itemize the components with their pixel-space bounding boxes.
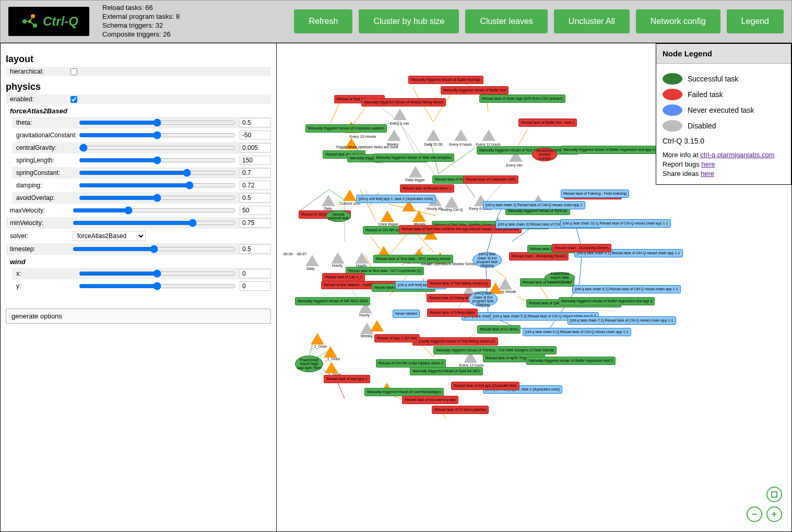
trigger-every2min[interactable] [393,109,407,120]
checkbox-enabled[interactable] [70,96,77,103]
value-timestep[interactable] [240,244,271,254]
trigger-every12hours[interactable] [482,129,495,141]
trigger-hourly2[interactable] [331,252,345,264]
node-n24[interactable]: [ctrl-q unit test] app 1, task 2 (duplic… [356,195,435,203]
value-avoidoverlap[interactable] [240,193,271,203]
node-nsred[interactable]: Reload task of Erlang styles [427,309,478,317]
value-damping[interactable] [240,181,271,190]
slider-gravconst[interactable] [79,131,235,139]
node-nrv[interactable]: Reload chain - Monitoring Drivers [552,244,611,252]
slider-avoidoverlap[interactable] [79,194,235,202]
node-n48[interactable]: Reload task of Test failing reload (1) [427,279,491,288]
zoom-in-button[interactable]: + [766,506,782,522]
value-minvelocity[interactable] [240,218,271,228]
node-n20[interactable]: Reload task of Lab 1_2 [322,273,365,281]
value-wind-y[interactable] [240,281,271,291]
node-n39[interactable]: [ctrl-q task chain 10.1] Reload task of … [560,219,671,228]
node-n61[interactable]: Reload task of CI demo pipeline [432,406,489,414]
node-n57[interactable]: Reload of Ctrl-NR script replace demo 2 [376,359,446,368]
node-n59[interactable]: Manually triggered reload of UserReloadA… [364,388,444,396]
value-springlength[interactable] [240,156,271,165]
node-ellipse-n32[interactable]: [ctrl-q task chain 4] Ext program task c… [468,291,498,307]
node-n5[interactable]: Manually triggered reload of Employee sa… [305,124,387,133]
slider-theta[interactable] [79,119,235,127]
refresh-button[interactable]: Refresh [294,9,352,33]
node-n16[interactable]: Reload task of Reload demo 1 [400,184,454,193]
trigger-daily[interactable] [322,195,335,206]
network-config-button[interactable]: Network config [636,9,720,33]
slider-wind-y[interactable] [79,282,235,290]
trigger-weekly2[interactable] [412,210,426,222]
node-n60[interactable]: Reload task of test warning app [402,396,458,404]
value-maxvelocity[interactable] [240,206,271,215]
value-gravconst[interactable] [240,131,271,140]
ideas-link[interactable]: here [701,170,714,178]
node-n43[interactable]: Reload task of Training - Field indexing [561,190,629,198]
node-n36[interactable]: [ctrl-q task chain 7.1] Reload task of C… [568,316,676,325]
fit-button[interactable] [766,487,782,502]
node-n45[interactable]: Manually triggered reload of Butler regr… [559,297,655,305]
slider-wind-x[interactable] [79,269,235,278]
slider-timestep[interactable] [73,245,235,253]
node-n35[interactable]: [ctrl-q task chain 6.1] Reload task of C… [523,328,631,336]
bugs-link[interactable]: here [701,160,715,168]
trigger-stub2[interactable] [370,320,384,332]
checkbox-hierarchical[interactable] [70,68,77,75]
cluster-leaves-button[interactable]: Cluster leaves [465,9,547,33]
node-n62[interactable]: Reload task of test type 1 [324,375,370,383]
value-centralgravity[interactable] [240,143,271,152]
value-theta[interactable] [240,118,271,127]
zoom-out-button[interactable]: − [747,506,762,522]
node-ellipse-n66[interactable]: SenseOps access monitor [532,148,557,161]
select-solver[interactable]: forceAtlas2Based [73,231,146,241]
node-n9[interactable]: Manually triggered reload of Web site an… [373,153,454,162]
slider-damping[interactable] [79,181,235,190]
trigger-1once3[interactable] [325,362,338,373]
more-info-link[interactable]: ctrl-q.ptarmiganlabs.com [700,151,774,159]
node-n53[interactable]: Manually triggered reload of Butler regr… [526,357,616,365]
node-n4[interactable]: Manually triggered reload of Always fail… [361,98,446,107]
trigger-daily0100[interactable] [427,129,440,141]
trigger-customcron[interactable] [343,190,357,201]
trigger-weekly[interactable] [387,129,401,141]
network-canvas[interactable]: Every 2 min Every 10 minute Weekly Daily… [277,43,792,532]
node-n56[interactable]: Reload of App 1 (10 sek) [374,334,420,342]
slider-maxvelocity[interactable] [73,206,235,215]
node-n13[interactable]: Reload task of Test data - NYC parking t… [373,255,453,263]
trigger-1once[interactable] [311,333,324,345]
legend-button[interactable]: Legend [727,9,784,33]
node-n63[interactable]: Manually triggered reload of NR 2015-202… [295,297,370,305]
trigger-hourly3[interactable] [355,252,369,264]
node-n46[interactable]: Reload task of CI demo [477,325,521,334]
node-n65[interactable]: Reload task of Solar logs QVD from CSV (… [479,94,565,103]
trigger-dailytrigger[interactable] [409,166,422,178]
node-n21[interactable]: Reload task of Leaktower (NR) [463,175,518,184]
node-n1[interactable]: Manually triggered reload of Butler test… [408,76,483,84]
slider-springlength[interactable] [79,156,235,164]
node-n37[interactable]: [ctrl-q task chain 8.1] Reload task of C… [572,285,681,293]
uncluster-all-button[interactable]: Uncluster All [554,9,630,33]
trigger-once[interactable] [381,210,394,222]
node-n54[interactable]: Manually triggered reload of Training - … [433,346,557,354]
node-ellipse-n31[interactable]: [ctrl-q task chain 3] Ext program task c… [472,252,502,268]
trigger-testingctrlq[interactable] [445,196,458,208]
slider-springconstant[interactable] [79,169,235,177]
node-ellipse-n64[interactable]: PowerShell export tags task agm Tiber [295,356,323,372]
value-wind-x[interactable] [240,269,271,278]
value-springconstant[interactable] [240,168,271,178]
node-n2[interactable]: Manually triggered reload of Butler test [441,86,509,94]
node-n51[interactable]: Manually triggered reload of Test failin… [412,337,498,346]
node-ns[interactable]: Never started [393,310,420,318]
generate-options-button[interactable]: generate options [6,309,271,324]
node-n22[interactable]: Reload chain - Monitoring Drivers [509,252,569,261]
node-n50[interactable]: Reload task of Butler link - task 1 [518,119,577,127]
node-ellipse-n42[interactable]: PowerShell export data connections [545,272,575,283]
trigger-daily3[interactable] [305,255,319,266]
node-n29[interactable]: [ctrl-q task chain 1] Reload task of Ctr… [483,201,585,209]
trigger-every6hours[interactable] [454,129,468,141]
slider-minvelocity[interactable] [73,219,235,227]
cluster-hub-button[interactable]: Cluster by hub size [359,9,459,33]
node-n58[interactable]: Reload task of test app (Duplicate test) [451,382,519,390]
node-ellipse-n10[interactable]: Sample external task [326,210,351,222]
slider-centralgravity[interactable] [79,144,235,152]
